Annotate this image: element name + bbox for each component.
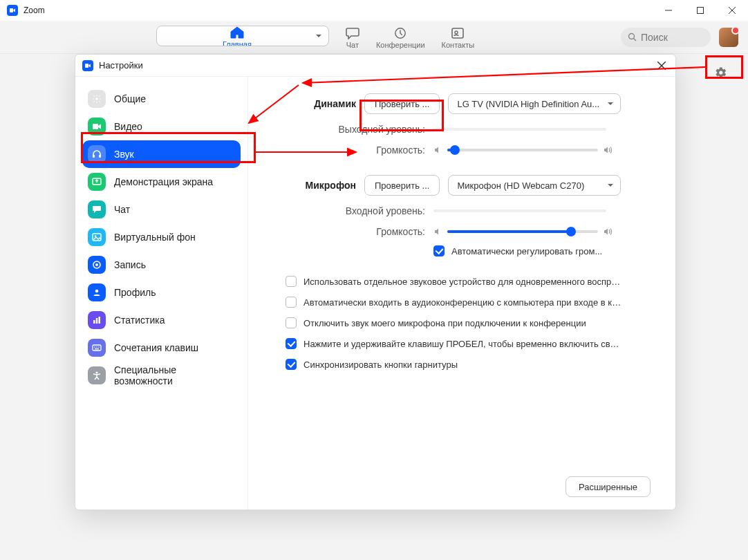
tab-contacts[interactable]: Контакты [442, 26, 475, 49]
sidebar-item-label: Профиль [114, 287, 156, 298]
volume-low-icon [433, 146, 442, 154]
sidebar-item-general[interactable]: Общие [82, 85, 241, 113]
test-mic-button[interactable]: Проверить ... [364, 175, 440, 196]
speaker-volume-slider[interactable] [433, 146, 613, 154]
tab-label: Главная [223, 40, 252, 46]
svg-point-8 [629, 34, 635, 39]
search-input[interactable]: Поиск [621, 28, 711, 47]
sidebar-item-video[interactable]: Видео [82, 113, 241, 140]
mic-volume-slider[interactable] [433, 227, 613, 236]
tab-meetings[interactable]: Конференции [376, 26, 425, 49]
tab-chat[interactable]: Чат [346, 26, 359, 49]
sidebar-item-label: Звук [114, 149, 134, 160]
svg-point-22 [95, 290, 99, 293]
speaker-label: Динамик [273, 98, 356, 109]
separate-device-check[interactable]: Использовать отдельное звуковое устройст… [286, 276, 651, 287]
check-label: Автоматически регулировать гром... [451, 246, 602, 256]
test-speaker-button[interactable]: Проверить ... [364, 93, 440, 114]
svg-point-7 [455, 31, 458, 34]
chat-icon [346, 27, 359, 39]
gear-icon [715, 66, 727, 79]
contacts-icon [451, 27, 465, 39]
svg-rect-25 [99, 317, 101, 324]
check-label: Синхронизировать кнопки гарнитуры [303, 360, 458, 370]
sidebar-item-stats[interactable]: Статистика [82, 306, 241, 334]
svg-point-29 [98, 346, 100, 348]
svg-point-13 [95, 97, 98, 100]
speaker-volume-label: Громкость: [273, 144, 425, 156]
svg-rect-26 [93, 345, 101, 351]
search-icon [628, 32, 637, 41]
video-icon [88, 118, 106, 136]
tab-home[interactable]: Главная [156, 26, 329, 46]
check-label: Отключить звук моего микрофона при подкл… [303, 318, 586, 328]
checkbox-icon [286, 297, 297, 308]
push-to-talk-check[interactable]: Нажмите и удерживайте клавишу ПРОБЕЛ, чт… [286, 338, 651, 349]
sidebar-item-label: Сочетания клавиш [114, 342, 198, 353]
input-level-label: Входной уровень: [273, 205, 425, 216]
sidebar-item-record[interactable]: Запись [82, 251, 241, 279]
svg-rect-24 [96, 318, 98, 324]
tab-label: Конференции [376, 41, 425, 49]
svg-rect-15 [93, 155, 95, 158]
output-level-meter [433, 128, 606, 131]
sidebar-item-shortcuts[interactable]: Сочетания клавиш [82, 334, 241, 362]
svg-point-31 [95, 371, 97, 373]
check-label: Автоматически входить в аудиоконференцию… [303, 297, 621, 308]
svg-rect-30 [95, 348, 99, 349]
svg-rect-23 [93, 320, 95, 324]
minimize-button[interactable] [653, 0, 684, 21]
speaker-device-select[interactable]: LG TV (NVIDIA High Definition Au... [448, 93, 621, 114]
select-value: Микрофон (HD Webcam C270) [457, 180, 584, 191]
svg-rect-2 [698, 8, 704, 14]
mute-on-join-check[interactable]: Отключить звук моего микрофона при подкл… [286, 317, 651, 328]
settings-modal: Настройки Общие Видео Звук Демонстрация … [75, 54, 676, 510]
checkbox-icon [286, 276, 297, 287]
record-icon [88, 256, 106, 274]
sidebar-item-audio[interactable]: Звук [82, 140, 241, 168]
sidebar-item-chat[interactable]: Чат [82, 196, 241, 223]
sidebar-item-label: Чат [114, 204, 130, 215]
checkbox-icon [433, 245, 445, 256]
auto-join-audio-check[interactable]: Автоматически входить в аудиоконференцию… [286, 297, 651, 308]
share-screen-icon [88, 173, 106, 191]
svg-rect-10 [85, 64, 88, 68]
sidebar-item-vbg[interactable]: Виртуальный фон [82, 223, 241, 251]
sidebar-item-label: Специальные возможности [114, 364, 235, 386]
modal-header: Настройки [75, 55, 675, 77]
checkbox-icon [286, 338, 297, 349]
settings-button[interactable] [709, 61, 733, 84]
home-icon [230, 26, 244, 39]
input-level-meter [433, 209, 606, 212]
sidebar-item-label: Виртуальный фон [114, 232, 196, 243]
select-value: LG TV (NVIDIA High Definition Au... [457, 99, 599, 109]
sidebar-item-label: Общие [114, 93, 146, 104]
image-icon [88, 228, 106, 246]
sidebar-item-label: Демонстрация экрана [114, 176, 213, 187]
tab-label: Чат [346, 41, 359, 49]
sidebar-item-profile[interactable]: Профиль [82, 279, 241, 306]
clock-icon [393, 27, 407, 39]
advanced-button[interactable]: Расширенные [565, 476, 651, 497]
stats-icon [88, 311, 106, 329]
check-label: Нажмите и удерживайте клавишу ПРОБЕЛ, чт… [303, 339, 621, 349]
main-toolbar: Главная Чат Конференции Контакты Поиск [0, 21, 748, 54]
svg-point-28 [96, 346, 97, 348]
sidebar-item-share[interactable]: Демонстрация экрана [82, 168, 241, 196]
sidebar-item-a11y[interactable]: Специальные возможности [82, 362, 241, 389]
check-label: Использовать отдельное звуковое устройст… [303, 277, 621, 287]
sync-headset-check[interactable]: Синхронизировать кнопки гарнитуры [286, 359, 651, 370]
accessibility-icon [88, 366, 106, 384]
modal-close-button[interactable] [655, 59, 668, 73]
auto-adjust-check[interactable]: Автоматически регулировать гром... [433, 245, 651, 256]
mic-device-select[interactable]: Микрофон (HD Webcam C270) [448, 175, 621, 196]
checkbox-icon [286, 317, 297, 328]
volume-low-icon [433, 227, 442, 236]
maximize-button[interactable] [684, 0, 716, 21]
close-button[interactable] [716, 0, 748, 21]
avatar[interactable] [719, 28, 738, 47]
svg-rect-14 [93, 124, 98, 129]
title-bar: Zoom [0, 0, 748, 21]
zoom-logo-icon [7, 5, 18, 16]
window-title: Zoom [24, 6, 45, 15]
